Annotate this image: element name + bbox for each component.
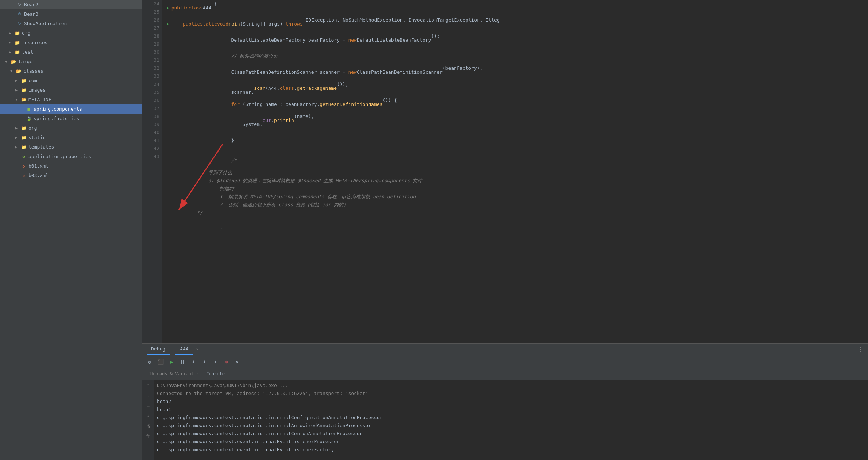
sidebar-item-meta-inf[interactable]: 📂 META-INF bbox=[0, 95, 142, 104]
sidebar-item-target[interactable]: 📂 target bbox=[0, 57, 142, 66]
clear-btn[interactable]: ✕ bbox=[233, 357, 242, 366]
sidebar-item-org2[interactable]: 📁 org bbox=[0, 123, 142, 133]
sidebar-item-b01xml[interactable]: ◇ b01.xml bbox=[0, 161, 142, 171]
arrow-icon bbox=[15, 96, 20, 104]
console-text: D:\JavaEnvironment\Java\JDK17\bin\java.e… bbox=[154, 380, 868, 460]
scroll-down-btn[interactable]: ↓ bbox=[144, 392, 152, 399]
arrow-icon bbox=[15, 86, 20, 94]
code-line-30: scanner.scan(A44.class.getPackageName())… bbox=[167, 80, 864, 96]
code-line-43: } bbox=[167, 217, 864, 241]
code-line-27: // 组件扫描的核心类 bbox=[167, 48, 864, 64]
debug-sub-tabs: Threads & Variables Console bbox=[142, 368, 868, 380]
folder-icon: 📁 bbox=[20, 144, 27, 150]
console-line-4: bean1 bbox=[157, 406, 865, 414]
debug-tab-bar: Debug A44 × ⋮ bbox=[142, 344, 868, 355]
sidebar-item-showapplication[interactable]: © ShowApplication bbox=[0, 19, 142, 28]
folder-icon: 📁 bbox=[20, 125, 27, 131]
arrow-icon bbox=[15, 134, 20, 142]
code-line-34: } bbox=[167, 129, 864, 153]
console-line-3: bean2 bbox=[157, 398, 865, 406]
step-out-btn[interactable]: ⬆ bbox=[211, 357, 220, 366]
debug-toolbar: ↻ ⬛ ▶ ⏸ ⬇ ⬇ ⬆ ⊗ ✕ ⋮ bbox=[142, 355, 868, 368]
settings-file-icon: ⚙ bbox=[20, 153, 27, 160]
stop-btn[interactable]: ⬛ bbox=[156, 357, 165, 366]
xml-icon: ◇ bbox=[20, 163, 27, 169]
sidebar-item-classes[interactable]: 📂 classes bbox=[0, 66, 142, 76]
sidebar-item-bean3[interactable]: © Bean3 bbox=[0, 9, 142, 19]
arrow-icon bbox=[10, 67, 15, 75]
sidebar-item-app-properties[interactable]: ⚙ application.properties bbox=[0, 152, 142, 161]
step-into-btn[interactable]: ⬇ bbox=[200, 357, 209, 366]
code-line-36: /* bbox=[167, 153, 864, 169]
main-layout: © Bean2 © Bean3 © ShowApplication 📁 org … bbox=[0, 0, 868, 460]
print-btn[interactable]: 🖨 bbox=[144, 422, 152, 430]
sidebar-item-static[interactable]: 📁 static bbox=[0, 133, 142, 142]
pause-btn[interactable]: ⏸ bbox=[178, 357, 187, 366]
folder-icon: 📁 bbox=[14, 39, 20, 46]
sidebar-item-bean2[interactable]: © Bean2 bbox=[0, 0, 142, 9]
code-line-41: 2. 否则，会遍历包下所有 class 资源（包括 jar 内的） bbox=[167, 201, 864, 209]
code-line-40: 1. 如果发现 META-INF/spring.components 存在，以它… bbox=[167, 193, 864, 201]
sidebar-item-resources[interactable]: 📁 resources bbox=[0, 38, 142, 47]
folder-icon: 📁 bbox=[20, 77, 27, 84]
arrow-icon bbox=[15, 124, 20, 132]
more-btn[interactable]: ⋮ bbox=[244, 357, 252, 366]
folder-open-icon: 📂 bbox=[10, 58, 17, 65]
debug-settings-icon[interactable]: ⋮ bbox=[858, 346, 864, 353]
run-class-icon: © bbox=[16, 20, 23, 27]
sidebar-item-b03xml[interactable]: ◇ b03.xml bbox=[0, 171, 142, 180]
sidebar-item-templates[interactable]: 📁 templates bbox=[0, 142, 142, 152]
folder-icon: 📁 bbox=[20, 134, 27, 141]
arrow-icon bbox=[9, 39, 14, 47]
download-btn[interactable]: ⬇ bbox=[144, 412, 152, 419]
sidebar-item-spring-components[interactable]: ≡ spring.components bbox=[0, 104, 142, 114]
spring-components-icon: ≡ bbox=[26, 106, 32, 112]
code-line-39: 扫描时 bbox=[167, 185, 864, 193]
debug-tab-close-a44[interactable]: × bbox=[195, 347, 200, 352]
resume-btn[interactable]: ▶ bbox=[167, 357, 176, 366]
code-line-28: ClassPathBeanDefinitionScanner scanner =… bbox=[167, 64, 864, 80]
soft-wrap-btn[interactable]: ≡ bbox=[144, 402, 152, 409]
xml-icon: ◇ bbox=[20, 172, 27, 179]
sidebar-item-images[interactable]: 📁 images bbox=[0, 85, 142, 95]
step-over-btn[interactable]: ⬇ bbox=[189, 357, 198, 366]
console-gutter: ↑ ↓ ≡ ⬇ 🖨 🗑 bbox=[142, 380, 154, 460]
spring-factories-icon: 🍃 bbox=[26, 115, 32, 122]
code-view[interactable]: 24 25 26 27 28 29 30 31 32 33 34 35 36 3… bbox=[142, 0, 868, 343]
trash-btn[interactable]: 🗑 bbox=[144, 433, 152, 440]
sidebar-item-test[interactable]: 📁 test bbox=[0, 47, 142, 57]
folder-icon: 📁 bbox=[14, 49, 20, 55]
code-line-32: for (String name : beanFactory.getBeanDe… bbox=[167, 96, 864, 112]
code-lines: ▶ public class A44 { ▶ public static voi… bbox=[162, 0, 868, 343]
code-line-38: a. @Indexed 的原理，在编译时就根据 @Indexed 生成 META… bbox=[167, 177, 864, 185]
code-line-37: 学到了什么 bbox=[167, 169, 864, 177]
code-line-25: ▶ public static void main(String[] args)… bbox=[167, 16, 864, 32]
console-output-area: ↑ ↓ ≡ ⬇ 🖨 🗑 D:\JavaEnvironment\Java\JDK1… bbox=[142, 380, 868, 460]
arrow-icon bbox=[15, 143, 20, 151]
arrow-icon bbox=[5, 58, 10, 66]
mute-btn[interactable]: ⊗ bbox=[222, 357, 231, 366]
folder-open-icon: 📂 bbox=[15, 68, 22, 74]
console-line-7: org.springframework.context.annotation.i… bbox=[157, 430, 865, 438]
sidebar-item-spring-factories[interactable]: 🍃 spring.factories bbox=[0, 114, 142, 123]
console-line-8: org.springframework.context.event.intern… bbox=[157, 438, 865, 446]
folder-icon: 📁 bbox=[14, 30, 20, 37]
console-line-1: D:\JavaEnvironment\Java\JDK17\bin\java.e… bbox=[157, 382, 865, 390]
run-icon-25[interactable]: ▶ bbox=[167, 20, 169, 28]
bean-icon: © bbox=[16, 11, 23, 18]
code-line-33: System.out.println(name); bbox=[167, 112, 864, 129]
console-line-6: org.springframework.context.annotation.i… bbox=[157, 422, 865, 430]
console-line-9: org.springframework.context.event.intern… bbox=[157, 446, 865, 454]
sidebar-item-org1[interactable]: 📁 org bbox=[0, 28, 142, 38]
sidebar-item-com[interactable]: 📁 com bbox=[0, 76, 142, 85]
arrow-icon bbox=[9, 29, 14, 37]
run-icon-24[interactable]: ▶ bbox=[167, 4, 169, 12]
threads-variables-tab[interactable]: Threads & Variables bbox=[145, 369, 202, 379]
arrow-icon bbox=[9, 48, 14, 56]
scroll-up-btn[interactable]: ↑ bbox=[144, 382, 152, 389]
console-tab[interactable]: Console bbox=[202, 369, 228, 379]
restart-btn[interactable]: ↻ bbox=[145, 357, 154, 366]
debug-tab-a44[interactable]: A44 bbox=[175, 343, 193, 355]
project-sidebar: © Bean2 © Bean3 © ShowApplication 📁 org … bbox=[0, 0, 142, 460]
debug-tab-debug[interactable]: Debug bbox=[147, 343, 170, 355]
